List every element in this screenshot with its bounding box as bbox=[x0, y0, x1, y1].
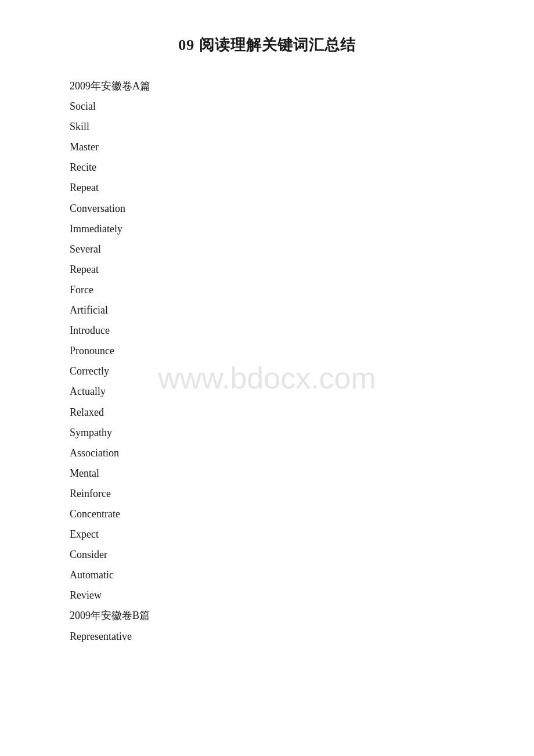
word-item: Relaxed bbox=[70, 402, 464, 423]
word-item: Association bbox=[70, 443, 464, 463]
word-item: Social bbox=[70, 96, 464, 117]
word-item: Introduce bbox=[70, 321, 464, 341]
word-item: Mental bbox=[70, 463, 464, 484]
word-item: Conversation bbox=[70, 199, 464, 219]
section-header-0: 2009年安徽卷A篇 bbox=[70, 76, 464, 96]
word-item: Repeat bbox=[70, 260, 464, 280]
word-item: Master bbox=[70, 137, 464, 157]
word-item: Reinforce bbox=[70, 484, 464, 504]
page-title: 09 阅读理解关键词汇总结 bbox=[70, 35, 464, 55]
word-item: Repeat bbox=[70, 178, 464, 198]
word-item: Actually bbox=[70, 381, 464, 402]
word-item: Review bbox=[70, 585, 464, 606]
word-item: Sympathy bbox=[70, 423, 464, 443]
word-item: Immediately bbox=[70, 219, 464, 239]
word-item: Representative bbox=[70, 627, 464, 647]
word-item: Concentrate bbox=[70, 504, 464, 524]
word-item: Correctly bbox=[70, 361, 464, 381]
word-item: Force bbox=[70, 280, 464, 300]
word-item: Several bbox=[70, 239, 464, 260]
word-item: Automatic bbox=[70, 565, 464, 585]
word-item: Artificial bbox=[70, 300, 464, 321]
word-item: Expect bbox=[70, 524, 464, 545]
word-item: Recite bbox=[70, 157, 464, 178]
word-item: Consider bbox=[70, 545, 464, 565]
word-item: Skill bbox=[70, 117, 464, 137]
word-item: Pronounce bbox=[70, 341, 464, 361]
section-header-1: 2009年安徽卷B篇 bbox=[70, 606, 464, 626]
word-list: 2009年安徽卷A篇SocialSkillMasterReciteRepeatC… bbox=[70, 76, 464, 647]
